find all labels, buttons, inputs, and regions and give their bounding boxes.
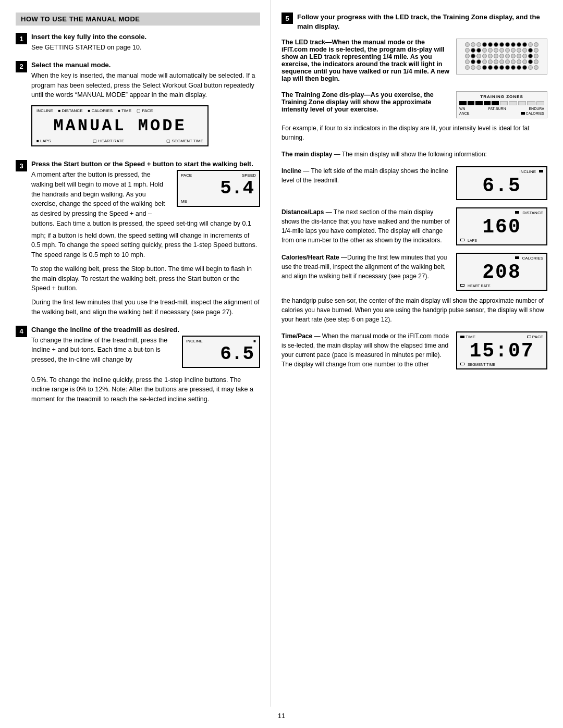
led-dot (534, 65, 538, 70)
led-track-title: The LED track—When the manual mode or th… (282, 39, 450, 82)
led-dot (488, 59, 493, 64)
calories-display-panel: CALORIES 208 HEART RATE (456, 253, 547, 291)
segment-time-label: SEGMENT TIME (468, 363, 495, 366)
step-4-body-wrap: INCLINE ■ 6.5 To change the incline of t… (31, 336, 260, 373)
led-dot (465, 65, 470, 70)
led-dot (534, 54, 538, 58)
tz-bar (468, 101, 475, 105)
led-dot (511, 42, 516, 47)
led-dot (465, 54, 470, 58)
segment-time-label: ▢ SEGMENT TIME (166, 139, 203, 143)
tz-labels: WN FAT-BURN ENDURA (459, 107, 544, 110)
led-dot (499, 48, 504, 53)
incline-text: Incline — The left side of the main disp… (282, 166, 450, 185)
led-dot (494, 54, 498, 58)
incline-row: Incline — The left side of the main disp… (282, 166, 547, 200)
tz-label-right: ENDURA (529, 107, 544, 110)
led-track-text: The LED track—When the manual mode or th… (282, 39, 450, 84)
led-dot (499, 54, 504, 58)
led-row-3 (459, 54, 544, 58)
led-dot (505, 59, 510, 64)
led-dot (522, 65, 527, 70)
led-dot (482, 48, 487, 53)
led-dot (528, 54, 533, 58)
training-zone-text: The Training Zone dis-play—As you exerci… (282, 91, 450, 115)
calories-panel-indicator (515, 256, 519, 259)
incline-section: Incline — The left side of the main disp… (282, 166, 547, 200)
led-dot (511, 65, 516, 70)
led-dot (511, 54, 516, 58)
step-4: 4 Change the incline of the treadmill as… (16, 326, 260, 404)
pace-label: ▢ PACE (137, 108, 153, 113)
tz-bar (518, 101, 527, 105)
led-row-2 (459, 48, 544, 53)
led-dot (534, 59, 538, 64)
led-dot (482, 65, 487, 70)
led-dot (522, 54, 527, 58)
speed-display-bottom: ME (181, 199, 256, 204)
incline-panel-label: INCLINE (519, 169, 536, 174)
calories-title: Calories/Heart Rate (282, 254, 339, 261)
time-panel-right: PACE (527, 335, 543, 339)
led-dot (534, 48, 538, 53)
left-column: HOW TO USE THE MANUAL MODE 1 Insert the … (0, 0, 271, 707)
manual-display-top-labels: INCLINE ■ DISTANCE ■ CALORIES ■ TIME ▢ P… (36, 108, 203, 113)
calories-panel-top: CALORIES (460, 256, 543, 261)
led-dot (522, 59, 527, 64)
step-2-body: When the key is inserted, the manual mod… (31, 71, 260, 100)
time-text: Time/Pace — When the manual mode or the … (282, 331, 450, 369)
led-dot (482, 59, 487, 64)
calories-row: Calories/Heart Rate —During the first fe… (282, 253, 547, 291)
led-dot (476, 59, 481, 64)
training-zone-body2: For example, if four to six indicators i… (282, 124, 547, 142)
step-3-body3: To stop the walking belt, press the Stop… (31, 264, 260, 293)
distance-panel-number: 160 (460, 216, 543, 238)
distance-row: Distance/Laps — The next section of the … (282, 207, 547, 245)
tz-bar (484, 101, 491, 105)
pace-label-small: PACE (181, 173, 192, 178)
led-dot (488, 48, 493, 53)
calories-body: Calories/Heart Rate —During the first fe… (282, 253, 450, 281)
time-panel-left: TIME (460, 335, 475, 339)
led-dot (494, 65, 498, 70)
step-3-content: Press the Start button or the Speed + bu… (31, 160, 260, 317)
led-row-5 (459, 65, 544, 70)
manual-display-bottom-labels: ■ LAPS ▢ HEART RATE ▢ SEGMENT TIME (36, 139, 203, 143)
led-dot (494, 48, 498, 53)
distance-section: Distance/Laps — The next section of the … (282, 207, 547, 245)
training-zone-section: The Training Zone dis-play—As you exerci… (282, 91, 547, 142)
time-body: Time/Pace — When the manual mode or the … (282, 331, 450, 369)
speed-label-small: SPEED (242, 173, 256, 178)
step-1-content: Insert the key fully into the console. S… (31, 33, 260, 53)
led-dot (476, 48, 481, 53)
led-row-4 (459, 59, 544, 64)
distance-text: Distance/Laps — The next section of the … (282, 207, 450, 245)
tz-bar (527, 101, 535, 105)
led-track-section: The LED track—When the manual mode or th… (282, 39, 547, 84)
led-track-row: The LED track—When the manual mode or th… (282, 39, 547, 84)
tz-bar (536, 101, 545, 105)
distance-display-panel: DISTANCE 160 LAPS (456, 207, 547, 245)
distance-label: ■ DISTANCE (58, 108, 83, 113)
led-dot (522, 42, 527, 47)
led-row-1 (459, 42, 544, 47)
incline-display-small-number: 6.5 (186, 343, 256, 365)
time-panel-bottom: SEGMENT TIME (460, 363, 543, 366)
tz-label-middle: FAT-BURN (488, 107, 506, 110)
laps-label: ■ LAPS (36, 139, 51, 143)
led-dot (517, 42, 521, 47)
led-dot (465, 48, 470, 53)
calories-panel-label: CALORIES (522, 256, 543, 261)
led-dot (522, 48, 527, 53)
right-column: 5 Follow your progress with the LED trac… (271, 0, 563, 707)
led-dot (528, 59, 533, 64)
led-dot (488, 54, 493, 58)
main-display-intro: The main display — The main display will… (282, 150, 547, 159)
step-3-body2: mph; if a button is held down, the speed… (31, 231, 260, 260)
led-dot (471, 42, 475, 47)
led-dot (499, 59, 504, 64)
led-dot (528, 48, 533, 53)
incline-panel-top: INCLINE (460, 169, 543, 174)
distance-panel-indicator (515, 211, 519, 214)
led-dot (471, 65, 475, 70)
